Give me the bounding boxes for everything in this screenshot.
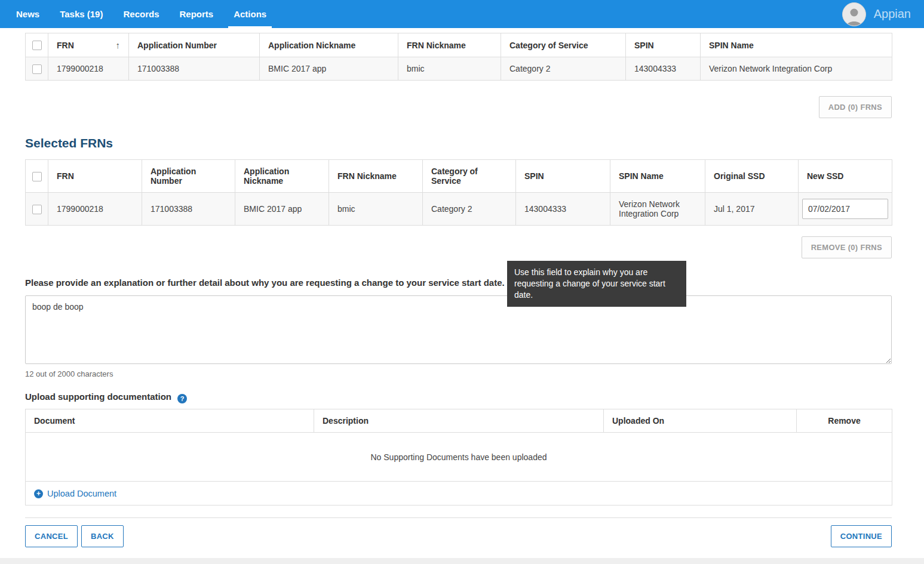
selected-frns-table: FRN Application Number Application Nickn… [25,159,892,226]
nav-item-records[interactable]: Records [113,0,169,28]
row-checkbox[interactable] [32,64,42,74]
user-avatar-icon [844,5,864,26]
column-header-frn-nickname[interactable]: FRN Nickname [398,33,501,57]
column-header-label: FRN [57,41,74,50]
column-header-spin-name[interactable]: SPIN Name [610,160,705,193]
explanation-label-text: Please provide an explanation or further… [25,278,505,288]
upload-document-link[interactable]: + Upload Document [34,489,116,498]
new-ssd-input[interactable] [802,199,888,219]
upload-label-text: Upload supporting documentation [25,392,171,402]
column-header-uploaded-on: Uploaded On [604,409,797,433]
char-count: 12 out of 2000 characters [25,369,892,378]
cell-original-ssd: Jul 1, 2017 [705,193,799,226]
cell-application-nickname: BMIC 2017 app [235,193,329,226]
cell-category-of-service: Category 2 [423,193,516,226]
avatar[interactable] [842,2,866,26]
main-content: FRN ↑ Application Number Application Nic… [0,28,924,558]
empty-documents-message: No Supporting Documents have been upload… [26,433,892,482]
remove-frns-button[interactable]: REMOVE (0) FRNS [802,236,892,258]
column-header-application-number[interactable]: Application Number [129,33,260,57]
cell-frn-nickname: bmic [398,57,501,81]
help-icon[interactable]: ? [177,394,187,403]
cancel-button[interactable]: CANCEL [25,525,78,547]
nav-right: Appian [842,2,924,26]
select-all-cell [26,160,48,193]
column-header-spin-name[interactable]: SPIN Name [701,33,892,57]
section-title-selected-frns: Selected FRNs [25,136,892,150]
explanation-label: Please provide an explanation or further… [25,278,892,289]
select-all-cell [26,33,48,57]
column-header-category-of-service[interactable]: Category of Service [501,33,626,57]
row-checkbox-cell [26,193,48,226]
explanation-textarea[interactable]: boop de boop [25,295,892,364]
continue-button[interactable]: CONTINUE [831,525,892,547]
page: News Tasks (19) Records Reports Actions … [0,0,924,564]
column-header-remove: Remove [797,409,892,433]
cell-spin: 143004333 [516,193,610,226]
column-header-category-of-service[interactable]: Category of Service [423,160,516,193]
column-header-application-nickname[interactable]: Application Nickname [260,33,398,57]
column-header-spin[interactable]: SPIN [516,160,610,193]
cell-frn-nickname: bmic [329,193,423,226]
add-frns-button[interactable]: ADD (0) FRNS [819,96,892,118]
nav-item-news[interactable]: News [6,0,50,28]
upload-document-label: Upload Document [47,489,116,498]
row-checkbox-cell [26,57,48,81]
cell-spin-name: Verizon Network Integration Corp [610,193,705,226]
column-header-original-ssd[interactable]: Original SSD [705,160,799,193]
column-header-document: Document [26,409,314,433]
cell-application-nickname: BMIC 2017 app [260,57,398,81]
available-frns-table: FRN ↑ Application Number Application Nic… [25,33,892,81]
table-row: 1799000218 171003388 BMIC 2017 app bmic … [26,193,892,226]
select-all-checkbox[interactable] [32,172,42,181]
column-header-frn-nickname[interactable]: FRN Nickname [329,160,423,193]
footer-bar: CANCEL BACK CONTINUE [25,518,892,558]
back-button[interactable]: BACK [81,525,124,547]
cell-category-of-service: Category 2 [501,57,626,81]
cell-application-number: 171003388 [129,57,260,81]
cell-spin: 143004333 [626,57,701,81]
column-header-description: Description [314,409,604,433]
cell-frn: 1799000218 [48,57,129,81]
cell-spin-name: Verizon Network Integration Corp [701,57,892,81]
top-nav: News Tasks (19) Records Reports Actions … [0,0,924,28]
nav-item-reports[interactable]: Reports [169,0,223,28]
documents-table: Document Description Uploaded On Remove … [25,409,892,506]
cell-new-ssd [799,193,892,226]
cell-frn: 1799000218 [48,193,142,226]
column-header-frn[interactable]: FRN ↑ [48,33,129,57]
row-checkbox[interactable] [32,205,42,214]
plus-circle-icon: + [34,489,43,498]
column-header-spin[interactable]: SPIN [626,33,701,57]
sort-ascending-icon[interactable]: ↑ [116,40,121,50]
empty-documents-row: No Supporting Documents have been upload… [26,433,892,482]
upload-document-row: + Upload Document [26,482,892,506]
appian-logo: Appian [874,7,911,21]
upload-label: Upload supporting documentation ? [25,392,892,403]
nav-item-actions[interactable]: Actions [223,0,277,28]
column-header-frn[interactable]: FRN [48,160,142,193]
column-header-application-number[interactable]: Application Number [142,160,235,193]
tooltip: Use this field to explain why you are re… [507,261,686,307]
column-header-new-ssd[interactable]: New SSD [799,160,892,193]
column-header-application-nickname[interactable]: Application Nickname [235,160,329,193]
table-row: 1799000218 171003388 BMIC 2017 app bmic … [26,57,892,81]
cell-application-number: 171003388 [142,193,235,226]
select-all-checkbox[interactable] [32,41,42,50]
nav-item-tasks[interactable]: Tasks (19) [50,0,113,28]
